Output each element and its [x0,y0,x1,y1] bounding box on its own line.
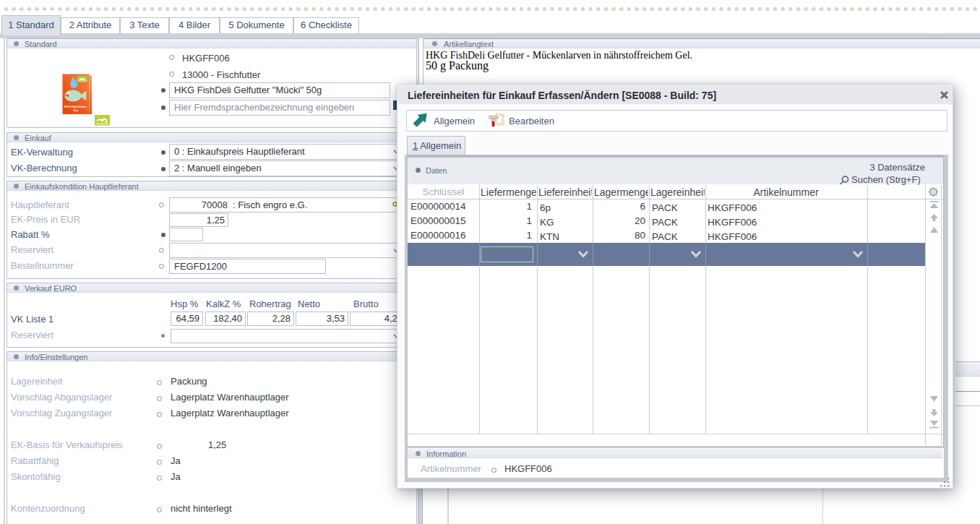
svg-text:HKG FishDeli Gelfutter: HKG FishDeli Gelfutter [64,106,87,108]
svg-text:50 g: 50 g [73,109,77,112]
